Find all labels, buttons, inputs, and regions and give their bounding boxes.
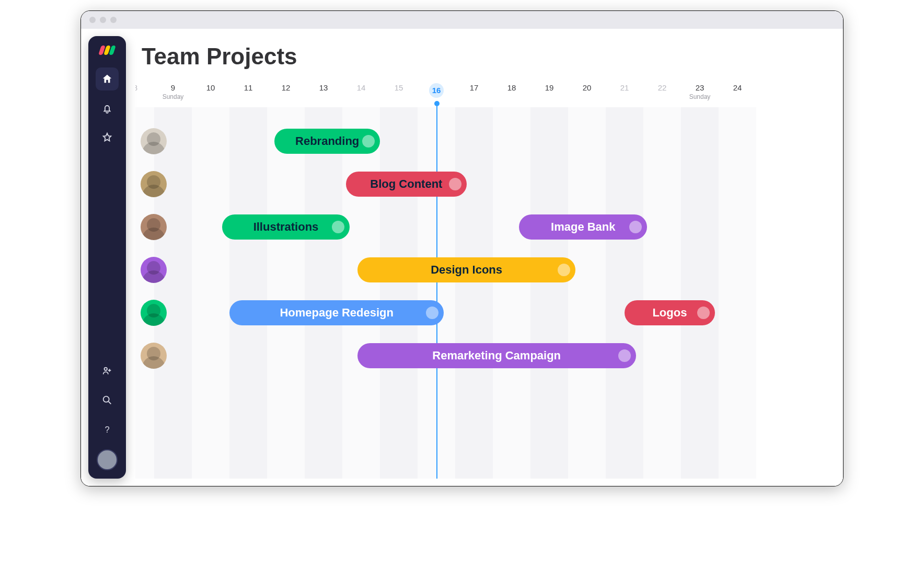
date-col-8[interactable]: 8 — [135, 83, 154, 92]
task-bar[interactable]: Blog Content — [346, 172, 466, 197]
date-number: 10 — [192, 83, 229, 92]
date-col-22[interactable]: 22 — [643, 83, 681, 92]
date-col-16[interactable]: 16 — [418, 83, 455, 98]
timeline-row: IllustrationsImage Bank — [135, 206, 836, 248]
date-number: 13 — [305, 83, 342, 92]
app-window: ? Team Projects 89Sunday1011121314151617… — [80, 10, 844, 486]
date-number: 18 — [493, 83, 530, 92]
date-col-11[interactable]: 11 — [229, 83, 267, 92]
search-icon — [101, 394, 113, 406]
timeline-row: Remarketing Campaign — [135, 334, 836, 377]
nav-search[interactable] — [96, 389, 119, 412]
date-col-13[interactable]: 13 — [305, 83, 342, 92]
date-number: 12 — [267, 83, 305, 92]
nav-notifications[interactable] — [96, 97, 119, 120]
task-handle-dot[interactable] — [362, 135, 375, 148]
date-number: 24 — [719, 83, 756, 92]
main-panel: Team Projects 89Sunday101112131415161718… — [135, 36, 836, 479]
date-col-17[interactable]: 17 — [455, 83, 493, 92]
date-number: 16 — [429, 83, 444, 98]
task-bar[interactable]: Image Bank — [519, 214, 647, 240]
task-bar[interactable]: Remarketing Campaign — [357, 343, 636, 368]
date-col-19[interactable]: 19 — [530, 83, 568, 92]
date-col-20[interactable]: 20 — [568, 83, 606, 92]
row-avatar[interactable] — [141, 257, 167, 283]
traffic-close[interactable] — [89, 17, 96, 23]
date-number: 20 — [568, 83, 606, 92]
task-label: Design Icons — [431, 263, 502, 277]
date-number: 17 — [455, 83, 493, 92]
date-number: 9 — [154, 83, 192, 92]
date-number: 15 — [380, 83, 418, 92]
date-col-9[interactable]: 9Sunday — [154, 83, 192, 100]
timeline-row: Rebranding — [135, 120, 836, 163]
date-col-24[interactable]: 24 — [719, 83, 756, 92]
task-handle-dot[interactable] — [618, 349, 631, 362]
task-bar[interactable]: Homepage Redesign — [229, 300, 444, 325]
task-handle-dot[interactable] — [558, 264, 570, 276]
date-header: 89Sunday1011121314151617181920212223Sund… — [135, 83, 836, 107]
date-number: 14 — [342, 83, 380, 92]
timeline-row: Blog Content — [135, 163, 836, 206]
task-handle-dot[interactable] — [697, 307, 710, 319]
traffic-zoom[interactable] — [110, 17, 117, 23]
timeline: 89Sunday1011121314151617181920212223Sund… — [135, 83, 836, 479]
content-area: ? Team Projects 89Sunday1011121314151617… — [81, 29, 843, 486]
task-label: Illustrations — [253, 220, 319, 234]
date-number: 19 — [530, 83, 568, 92]
current-user-avatar[interactable] — [97, 449, 118, 470]
date-number: 11 — [229, 83, 267, 92]
timeline-rows: RebrandingBlog ContentIllustrationsImage… — [135, 120, 836, 479]
task-handle-dot[interactable] — [449, 178, 461, 190]
date-col-14[interactable]: 14 — [342, 83, 380, 92]
date-number: 8 — [135, 83, 154, 92]
date-col-15[interactable]: 15 — [380, 83, 418, 92]
task-label: Homepage Redesign — [280, 306, 394, 320]
date-col-21[interactable]: 21 — [606, 83, 643, 92]
home-icon — [101, 73, 113, 85]
nav-favorites[interactable] — [96, 126, 119, 149]
task-label: Remarketing Campaign — [432, 349, 561, 362]
nav-home[interactable] — [96, 67, 119, 90]
timeline-row: Homepage RedesignLogos — [135, 291, 836, 334]
task-bar[interactable]: Illustrations — [222, 214, 350, 240]
today-indicator — [436, 104, 437, 479]
traffic-minimize[interactable] — [100, 17, 106, 23]
sidebar: ? — [88, 36, 126, 479]
task-label: Rebranding — [295, 134, 359, 148]
row-avatar[interactable] — [141, 300, 167, 326]
user-plus-icon — [101, 365, 113, 377]
date-number: 23 — [681, 83, 719, 92]
date-number: 21 — [606, 83, 643, 92]
star-icon — [101, 132, 113, 143]
row-avatar[interactable] — [141, 171, 167, 197]
nav-invite[interactable] — [96, 359, 119, 382]
date-col-23[interactable]: 23Sunday — [681, 83, 719, 100]
task-label: Logos — [652, 306, 687, 320]
nav-help[interactable]: ? — [96, 418, 119, 441]
row-avatar[interactable] — [141, 128, 167, 154]
date-sublabel: Sunday — [681, 93, 719, 100]
date-col-18[interactable]: 18 — [493, 83, 530, 92]
task-handle-dot[interactable] — [629, 221, 642, 233]
task-label: Blog Content — [370, 177, 442, 191]
task-bar[interactable]: Design Icons — [357, 257, 576, 282]
date-col-10[interactable]: 10 — [192, 83, 229, 92]
svg-point-0 — [103, 396, 109, 402]
row-avatar[interactable] — [141, 214, 167, 240]
task-handle-dot[interactable] — [426, 307, 438, 319]
date-number: 22 — [643, 83, 681, 92]
svg-text:?: ? — [105, 425, 109, 434]
row-avatar[interactable] — [141, 343, 167, 369]
page-title: Team Projects — [135, 36, 836, 76]
help-icon: ? — [101, 424, 113, 435]
task-handle-dot[interactable] — [332, 221, 344, 233]
window-titlebar — [81, 11, 843, 29]
task-label: Image Bank — [551, 220, 616, 234]
app-logo[interactable] — [100, 46, 114, 55]
date-col-12[interactable]: 12 — [267, 83, 305, 92]
task-bar[interactable]: Rebranding — [274, 129, 380, 154]
timeline-row: Design Icons — [135, 248, 836, 291]
task-bar[interactable]: Logos — [625, 300, 715, 325]
bell-icon — [101, 103, 113, 114]
